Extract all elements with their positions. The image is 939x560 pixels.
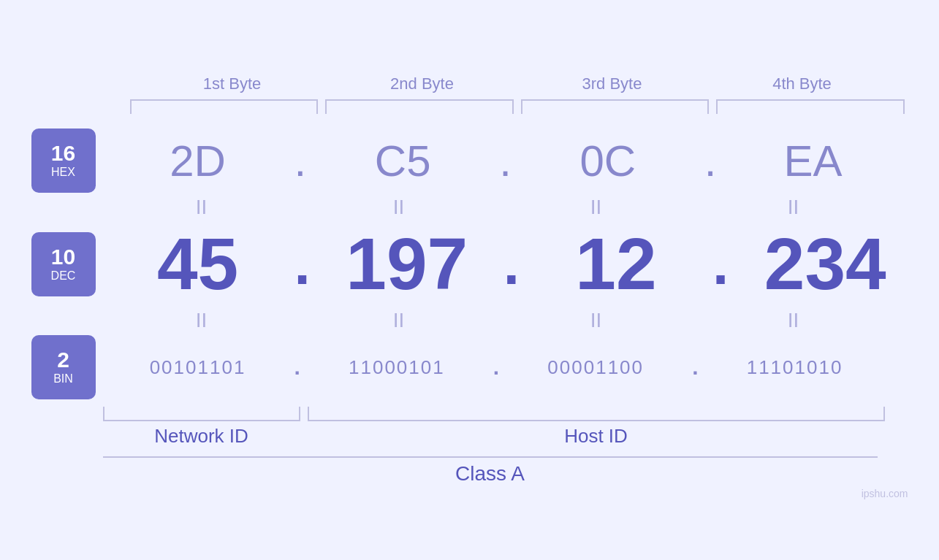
byte1-header: 1st Byte	[137, 74, 327, 93]
dec-dot2: .	[502, 231, 521, 298]
dec-byte1-cell: 45	[103, 222, 293, 306]
bottom-brackets	[103, 407, 908, 421]
hex-byte1-cell: 2D	[103, 136, 293, 186]
equals-row-2: II II II II	[103, 309, 908, 332]
host-bracket	[308, 407, 885, 421]
hex-dot1: .	[293, 136, 308, 186]
bin-byte4: 11101010	[700, 356, 890, 379]
bin-row: 2 BIN 00101101 . 11000101 . 00001100 . 1…	[31, 335, 908, 399]
class-line	[103, 456, 878, 458]
eq2-b2: II	[304, 309, 494, 332]
eq1-b3: II	[501, 196, 691, 219]
bin-byte3-cell: 00001100	[501, 356, 691, 379]
network-bracket	[103, 407, 300, 421]
eq1-b4: II	[699, 196, 889, 219]
class-label: Class A	[455, 462, 525, 485]
eq1-b1: II	[107, 196, 297, 219]
bin-byte3: 00001100	[501, 356, 691, 379]
dec-values: 45 . 197 . 12 . 234	[103, 222, 921, 306]
hex-byte3: 0C	[513, 136, 703, 186]
bracket-byte2	[325, 99, 514, 114]
bracket-byte4	[716, 99, 905, 114]
hex-dot2: .	[498, 136, 513, 186]
hex-values: 2D . C5 . 0C . EA	[103, 136, 908, 186]
bin-dot3: .	[691, 355, 699, 380]
bin-dot2: .	[492, 355, 501, 380]
dec-dot1: .	[293, 231, 312, 298]
hex-dot3: .	[703, 136, 718, 186]
bin-byte1-cell: 00101101	[103, 356, 293, 379]
hex-byte3-cell: 0C	[513, 136, 703, 186]
dec-byte2-cell: 197	[312, 222, 502, 306]
dec-byte3-cell: 12	[521, 222, 711, 306]
dec-base-label: DEC	[51, 269, 76, 283]
dec-row: 10 DEC 45 . 197 . 12 . 234	[31, 222, 908, 306]
bin-values: 00101101 . 11000101 . 00001100 . 1110101…	[103, 355, 908, 380]
eq2-b3: II	[501, 309, 691, 332]
dec-base-number: 10	[51, 246, 75, 268]
hex-base-number: 16	[51, 142, 75, 164]
top-brackets	[126, 99, 908, 114]
bin-dot1: .	[293, 355, 302, 380]
watermark: ipshu.com	[862, 487, 908, 500]
bin-byte1: 00101101	[103, 356, 293, 379]
bracket-byte3	[521, 99, 710, 114]
hex-byte1: 2D	[103, 136, 293, 186]
dec-byte4: 234	[730, 222, 920, 306]
bracket-byte1	[130, 99, 319, 114]
bin-byte2: 11000101	[302, 356, 492, 379]
eq2-b1: II	[107, 309, 297, 332]
id-labels: Network ID Host ID	[103, 425, 908, 448]
dec-byte1: 45	[103, 222, 293, 306]
network-id-label: Network ID	[103, 425, 300, 448]
byte-headers: 1st Byte 2nd Byte 3rd Byte 4th Byte	[126, 74, 908, 93]
equals-row-1: II II II II	[103, 196, 908, 219]
host-id-label: Host ID	[308, 425, 885, 448]
dec-badge: 10 DEC	[31, 232, 96, 296]
hex-row: 16 HEX 2D . C5 . 0C . EA	[31, 129, 908, 193]
dec-byte4-cell: 234	[730, 222, 920, 306]
hex-byte2: C5	[308, 136, 498, 186]
eq1-b2: II	[304, 196, 494, 219]
bin-badge: 2 BIN	[31, 335, 96, 399]
bin-base-number: 2	[57, 349, 69, 371]
byte3-header: 3rd Byte	[517, 74, 707, 93]
hex-byte2-cell: C5	[308, 136, 498, 186]
hex-badge: 16 HEX	[31, 129, 96, 193]
dec-byte3: 12	[521, 222, 711, 306]
bin-byte4-cell: 11101010	[700, 356, 890, 379]
byte4-header: 4th Byte	[707, 74, 897, 93]
dec-byte2: 197	[312, 222, 502, 306]
hex-byte4-cell: EA	[718, 136, 908, 186]
dec-dot3: .	[711, 231, 730, 298]
class-label-row: Class A	[103, 462, 878, 486]
hex-byte4: EA	[718, 136, 908, 186]
byte2-header: 2nd Byte	[327, 74, 517, 93]
hex-base-label: HEX	[51, 166, 75, 179]
eq2-b4: II	[699, 309, 889, 332]
bin-byte2-cell: 11000101	[302, 356, 492, 379]
bin-base-label: BIN	[53, 372, 73, 386]
